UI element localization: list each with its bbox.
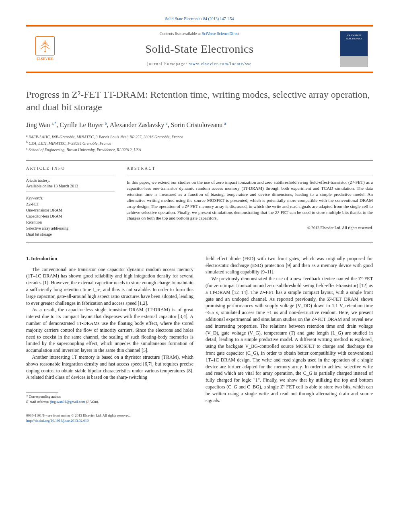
section-heading: 1. Introduction: [26, 255, 193, 262]
journal-homepage: journal homepage: www.elsevier.com/locat…: [59, 61, 340, 67]
column-left: 1. Introduction The conventional one tra…: [26, 255, 193, 405]
paragraph: We previously demonstrated the use of a …: [206, 275, 373, 404]
affiliation-text: CEA, LETI, MINATEC, F-38054 Grenoble, Fr…: [29, 141, 111, 146]
email-label: E-mail address:: [26, 400, 50, 404]
author-name: Jing Wan: [26, 121, 50, 128]
author: Alexander Zaslavsky c: [110, 121, 168, 128]
journal-cover-thumb: SOLID-STATE ELECTRONICS: [340, 31, 368, 67]
keyword: One-transistor DRAM: [26, 207, 115, 213]
author: Cyrille Le Royer b: [60, 121, 107, 128]
author-list: Jing Wan a,*, Cyrille Le Royer b, Alexan…: [26, 121, 373, 129]
publisher-logo: ELSEVIER: [31, 36, 59, 61]
contents-lists: Contents lists available at SciVerse Sci…: [59, 31, 340, 37]
journal-name: Solid-State Electronics: [59, 41, 340, 57]
footnote-separator: [26, 392, 58, 392]
author: Sorin Cristoloveanu a: [171, 121, 226, 128]
citation-link[interactable]: Solid-State Electronics 84 (2013) 147–15…: [165, 16, 234, 21]
article-info-heading: article info: [26, 166, 115, 171]
history-text: Available online 13 March 2013: [26, 183, 115, 189]
email-who: (J. Wan).: [85, 400, 99, 404]
publisher-name: ELSEVIER: [37, 56, 54, 61]
abstract-text: In this paper, we extend our studies on …: [127, 179, 373, 221]
masthead: ELSEVIER Contents lists available at Sci…: [26, 25, 373, 73]
affiliation: a IMEP-LAHC, INP-Grenoble, MINATEC, 3 Pa…: [26, 134, 373, 140]
corresponding-author: * Corresponding author.: [26, 394, 193, 399]
email-line: E-mail address: jing.wan01@gmail.com (J.…: [26, 399, 193, 405]
affiliation-text: School of Engineering, Brown University,…: [29, 148, 141, 152]
elsevier-tree-icon: [35, 36, 55, 55]
keyword: Retention: [26, 219, 115, 225]
author-mark[interactable]: c: [166, 121, 167, 125]
cover-label: SOLID-STATE ELECTRONICS: [340, 34, 368, 40]
affiliations: a IMEP-LAHC, INP-Grenoble, MINATEC, 3 Pa…: [26, 134, 373, 153]
affiliation-mark: b: [26, 140, 28, 144]
keywords-list: Z2-FET One-transistor DRAM Capacitor-les…: [26, 201, 115, 237]
email-link[interactable]: jing.wan01@gmail.com: [50, 400, 85, 404]
author-name: Cyrille Le Royer: [60, 121, 103, 128]
homepage-link[interactable]: www.elsevier.com/locate/sse: [189, 62, 252, 66]
header-citation: Solid-State Electronics 84 (2013) 147–15…: [26, 16, 373, 22]
footnotes: * Corresponding author. E-mail address: …: [26, 394, 193, 404]
keywords-label: Keywords:: [26, 195, 115, 201]
svg-point-0: [44, 51, 46, 53]
paragraph: As a result, the capacitor-less single t…: [26, 306, 193, 354]
article-info: article info Article history: Available …: [26, 161, 115, 242]
homepage-prefix: journal homepage:: [147, 62, 189, 66]
author: Jing Wan a,*: [26, 121, 56, 128]
keyword: Dual bit storage: [26, 231, 115, 237]
contents-lists-prefix: Contents lists available at: [160, 31, 202, 36]
paragraph: The conventional one transistor–one capa…: [26, 266, 193, 307]
author-mark[interactable]: b: [105, 121, 107, 125]
affiliation-mark: a: [26, 134, 27, 138]
keyword: Selective array addressing: [26, 225, 115, 231]
abstract-copyright: © 2013 Elsevier Ltd. All rights reserved…: [127, 225, 373, 231]
author-mark[interactable]: a,*: [51, 121, 56, 125]
body-columns: 1. Introduction The conventional one tra…: [26, 255, 373, 405]
info-abstract-block: article info Article history: Available …: [26, 160, 373, 242]
affiliation: c School of Engineering, Brown Universit…: [26, 146, 373, 153]
keyword: Z2-FET: [26, 201, 115, 207]
doi-link[interactable]: http://dx.doi.org/10.1016/j.sse.2013.02.…: [26, 419, 89, 423]
affiliation-mark: c: [26, 147, 27, 150]
abstract-heading: abstract: [127, 166, 373, 171]
affiliation-text: IMEP-LAHC, INP-Grenoble, MINATEC, 3 Parv…: [29, 135, 183, 139]
sciencedirect-link[interactable]: SciVerse ScienceDirect: [202, 31, 240, 36]
affiliation: b CEA, LETI, MINATEC, F-38054 Grenoble, …: [26, 140, 373, 146]
keyword: Capacitor-less DRAM: [26, 213, 115, 219]
paragraph: Another interesting 1T memory is based o…: [26, 354, 193, 381]
author-name: Sorin Cristoloveanu: [171, 121, 222, 128]
article-title: Progress in Z²-FET 1T-DRAM: Retention ti…: [26, 88, 373, 113]
paragraph: field effect diode (FED) with two front …: [206, 255, 373, 275]
column-right: field effect diode (FED) with two front …: [206, 255, 373, 405]
bottom-bar: 0038-1101/$ - see front matter © 2013 El…: [26, 413, 373, 423]
issn-line: 0038-1101/$ - see front matter © 2013 El…: [26, 413, 373, 418]
abstract: abstract In this paper, we extend our st…: [127, 161, 373, 242]
history-label: Article history:: [26, 178, 115, 183]
author-mark[interactable]: a: [224, 121, 226, 125]
author-name: Alexander Zaslavsky: [110, 121, 165, 128]
